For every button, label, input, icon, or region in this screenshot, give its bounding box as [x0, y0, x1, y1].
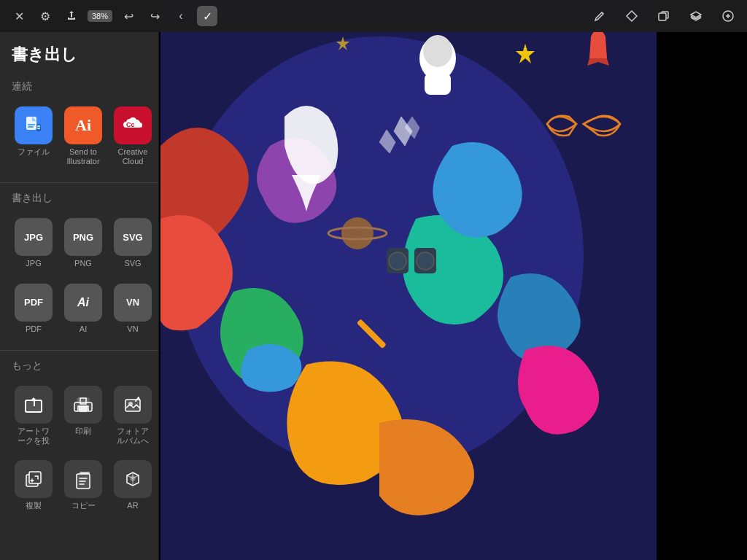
illustrator-button[interactable]: Ai Send toIllustrator [61, 102, 105, 171]
illustration: Boom! [160, 0, 657, 560]
png-button[interactable]: PNG PNG [61, 214, 105, 273]
renzoku-grid: ファイル Ai Send toIllustrator Cc Creative C… [0, 99, 158, 179]
file-button[interactable]: ファイル [12, 102, 55, 171]
add-icon[interactable] [718, 6, 738, 26]
settings-icon[interactable]: ⚙ [35, 6, 55, 26]
copy-button[interactable]: コピー [61, 456, 105, 515]
section-kakidashi-label: 書き出し [0, 186, 158, 211]
png-label: PNG [74, 259, 92, 268]
vn-label: VN [127, 324, 138, 334]
ar-label: AR [127, 501, 138, 510]
divider-1 [0, 182, 158, 183]
kakidashi-grid: JPG JPG PNG PNG SVG SVG PDF PDF Ai [0, 211, 158, 346]
photo-album-label: フォトアルバムへ [114, 427, 152, 446]
pen-icon[interactable] [589, 6, 610, 26]
file-icon-box [15, 106, 53, 144]
png-icon-box: PNG [64, 218, 102, 256]
panel-title: 書き出し [0, 32, 158, 74]
creative-cloud-button[interactable]: Cc Creative Cloud [111, 102, 155, 171]
motto-grid: アートワークを投 印刷 [0, 378, 158, 524]
vn-icon-box: VN [114, 284, 152, 322]
svg-icon-box: SVG [114, 218, 152, 256]
svg-rect-22 [28, 124, 35, 125]
redo-button[interactable]: ↪ [144, 6, 165, 26]
illustrator-label: Send toIllustrator [66, 147, 99, 166]
vn-button[interactable]: VN VN [111, 279, 155, 338]
share-icon[interactable] [61, 6, 82, 26]
illustrator-icon-box: Ai [64, 106, 102, 144]
svg-rect-23 [28, 126, 34, 128]
copy-icon-box [64, 460, 102, 498]
photo-album-button[interactable]: フォトアルバムへ [111, 381, 155, 450]
svg-rect-21 [26, 117, 36, 130]
pdf-label: PDF [26, 324, 42, 334]
print-label: 印刷 [75, 427, 91, 436]
share-artwork-label: アートワークを投 [15, 427, 53, 446]
section-renzoku-label: 連続 [0, 74, 158, 99]
svg-label: SVG [124, 259, 141, 268]
zoom-badge[interactable]: 38% [88, 10, 112, 22]
svg-point-45 [131, 476, 135, 481]
top-toolbar: ✕ ⚙ 38% ↩ ↪ ‹ ✓ [0, 0, 747, 32]
photo-album-icon-box [114, 386, 152, 424]
ai-button[interactable]: Ai AI [61, 279, 105, 338]
ai-label: AI [80, 324, 87, 334]
close-button[interactable]: ✕ [9, 6, 29, 26]
jpg-icon-box: JPG [15, 218, 53, 256]
svg-button[interactable]: SVG SVG [111, 214, 155, 273]
print-icon-box [64, 386, 102, 424]
ai-icon-box: Ai [64, 284, 102, 322]
svg-text:Cc: Cc [126, 121, 135, 128]
svg-point-15 [417, 252, 434, 270]
file-label: ファイル [18, 147, 50, 157]
duplicate-icon[interactable] [654, 6, 674, 26]
cc-icon-box: Cc [114, 106, 152, 144]
duplicate-button[interactable]: 複製 [12, 456, 55, 515]
svg-point-14 [389, 252, 406, 270]
duplicate-label: 複製 [26, 501, 42, 510]
checkmark-button[interactable]: ✓ [197, 6, 217, 26]
toolbar-right [589, 6, 738, 26]
duplicate-icon-box [15, 460, 53, 498]
pdf-icon-box: PDF [15, 284, 53, 322]
share-artwork-icon-box [15, 386, 53, 424]
divider-2 [0, 350, 158, 351]
pdf-button[interactable]: PDF PDF [12, 279, 55, 338]
layers-icon[interactable] [686, 6, 706, 26]
svg-rect-0 [659, 13, 666, 20]
svg-rect-24 [36, 124, 41, 131]
undo-button[interactable]: ↩ [118, 6, 139, 26]
share-artwork-button[interactable]: アートワークを投 [12, 381, 55, 450]
jpg-button[interactable]: JPG JPG [12, 214, 55, 273]
section-motto-label: もっと [0, 354, 158, 378]
svg-rect-41 [80, 472, 90, 474]
ar-button[interactable]: AR [111, 456, 155, 515]
svg-rect-33 [79, 406, 88, 412]
diamond-icon[interactable] [622, 6, 642, 26]
toolbar-left: ✕ ⚙ 38% ↩ ↪ ‹ ✓ [9, 6, 217, 26]
print-button[interactable]: 印刷 [61, 381, 105, 450]
svg-rect-37 [29, 472, 41, 483]
jpg-label: JPG [26, 259, 41, 268]
svg-point-16 [341, 217, 374, 249]
back-button[interactable]: ‹ [171, 6, 191, 26]
ar-icon-box [114, 460, 152, 498]
copy-label: コピー [71, 501, 96, 510]
export-panel: 書き出し 連続 ファイル Ai Send to [0, 32, 159, 560]
svg-rect-6 [425, 73, 451, 95]
svg-point-5 [423, 35, 452, 67]
cc-label: Creative Cloud [114, 147, 152, 166]
